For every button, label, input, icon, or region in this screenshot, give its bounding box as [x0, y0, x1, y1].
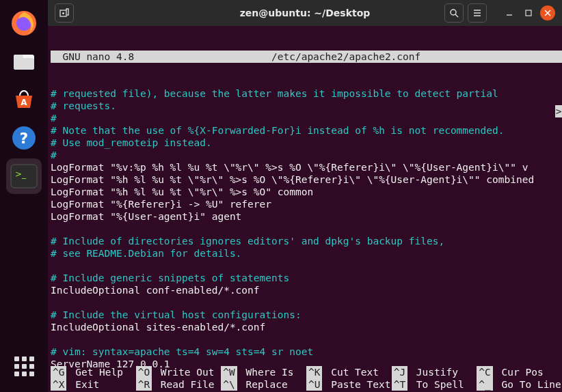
maximize-button[interactable]	[521, 5, 536, 20]
svg-point-11	[451, 10, 456, 15]
editor-line: LogFormat "%{Referer}i -> %U" referer	[51, 198, 562, 210]
editor-line: LogFormat "%h %l %u %t \"%r\" %>s %O \"%…	[51, 173, 562, 186]
line-continuation-icon: >	[555, 105, 562, 117]
window-titlebar: zen@ubuntu: ~/Desktop	[48, 0, 562, 26]
nano-shortcuts: ^G Get Help^X Exit^O Write Out^R Read Fi…	[51, 366, 562, 391]
editor-line: # requested file), because the latter ma…	[51, 87, 562, 100]
editor-line: # Include generic snippets of statements	[51, 272, 562, 284]
editor-line: # see README.Debian for details.	[51, 247, 562, 260]
launcher-files[interactable]	[6, 44, 42, 79]
search-button[interactable]	[444, 3, 464, 23]
editor-line: # Include the virtual host configuration…	[51, 309, 562, 321]
shortcut-replace: ^\ Replace	[221, 378, 306, 391]
editor-body: # requested file), because the latter ma…	[51, 87, 562, 370]
launcher-help[interactable]: ?	[6, 120, 42, 156]
editor-line: IncludeOptional conf-enabled/*.conf	[51, 284, 562, 296]
menu-button[interactable]	[468, 3, 487, 23]
svg-text:A: A	[21, 98, 27, 107]
launcher-apps[interactable]	[6, 348, 42, 384]
editor-line: # requests.	[51, 100, 562, 112]
terminal-viewport[interactable]: GNU nano 4.8 /etc/apache2/apache2.conf #…	[48, 26, 562, 392]
editor-line: LogFormat "%{User-agent}i" agent	[51, 210, 562, 223]
shortcut-where-is: ^W Where Is	[221, 366, 306, 378]
svg-rect-4	[14, 58, 34, 70]
editor-line: #	[51, 112, 562, 124]
editor-line: LogFormat "%h %l %u %t \"%r\" %>s %O" co…	[51, 186, 562, 198]
editor-line: LogFormat "%v:%p %h %l %u %t \"%r\" %>s …	[51, 161, 562, 173]
close-button[interactable]	[540, 5, 555, 20]
shortcut-paste-text: ^U Paste Text	[306, 378, 392, 391]
editor-line: # Use mod_remoteip instead.	[51, 137, 562, 149]
editor-line: IncludeOptional sites-enabled/*.conf	[51, 321, 562, 333]
window-title: zen@ubuntu: ~/Desktop	[240, 8, 371, 18]
nano-header: GNU nano 4.8 /etc/apache2/apache2.conf	[51, 51, 562, 63]
editor-line	[51, 333, 562, 346]
shortcut-read-file: ^R Read File	[136, 378, 222, 391]
launcher-terminal[interactable]: >_	[6, 158, 42, 194]
editor-line: # Include of directories ignores editors…	[51, 235, 562, 247]
svg-text:>_: >_	[15, 169, 27, 179]
editor-line	[51, 223, 562, 235]
shortcut-exit: ^X Exit	[51, 378, 136, 391]
shortcut-cut-text: ^K Cut Text	[306, 366, 392, 378]
svg-text:?: ?	[20, 130, 29, 147]
shortcut-get-help: ^G Get Help	[51, 366, 136, 378]
minimize-button[interactable]	[502, 5, 517, 20]
svg-rect-12	[526, 10, 531, 16]
editor-line	[51, 260, 562, 272]
shortcut-go-to-line: ^_ Go To Line	[477, 378, 562, 391]
editor-line	[51, 296, 562, 309]
new-tab-button[interactable]	[55, 3, 74, 23]
ubuntu-launcher: A ? >_	[0, 0, 48, 392]
shortcut-write-out: ^O Write Out	[136, 366, 222, 378]
shortcut-justify: ^J Justify	[392, 366, 477, 378]
launcher-software[interactable]: A	[6, 82, 42, 117]
shortcut-to-spell: ^T To Spell	[392, 378, 477, 391]
editor-line: # vim: syntax=apache ts=4 sw=4 sts=4 sr …	[51, 346, 562, 358]
editor-line: # Note that the use of %{X-Forwarded-For…	[51, 124, 562, 137]
editor-line: #	[51, 149, 562, 161]
shortcut-cur-pos: ^C Cur Pos	[477, 366, 562, 378]
launcher-firefox[interactable]	[6, 5, 42, 41]
